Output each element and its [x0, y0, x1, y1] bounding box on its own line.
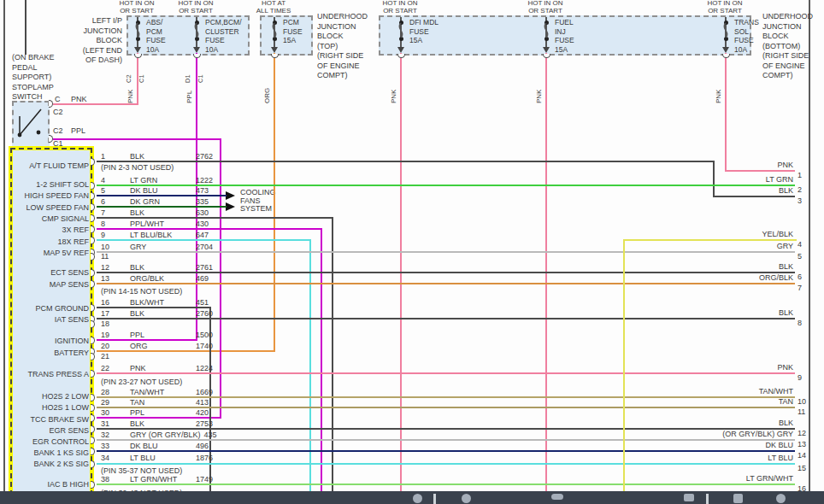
pcm-pin-row: 18	[101, 319, 130, 328]
wire-color-code: DK GRN	[130, 197, 196, 206]
wire-dk-blu	[97, 195, 227, 196]
wire-ppl	[220, 138, 221, 419]
wire-color-code: PNK	[130, 364, 196, 372]
fuse-wire-color-label: ORG	[263, 88, 271, 103]
pin-number: 5	[101, 186, 130, 195]
edge-wire-number: 5	[798, 252, 802, 261]
circuit-number: 496	[196, 442, 209, 450]
edge-wire-color-label: LT BLU	[699, 454, 793, 462]
circuit-number: 1749	[196, 475, 213, 483]
edge-wire-number: 11	[798, 407, 805, 416]
pcm-pin-row: 12BLK2761	[101, 263, 213, 272]
pcm-pin-bump	[91, 353, 95, 360]
pin-number: 12	[101, 263, 130, 272]
edge-wire-number: 3	[798, 196, 802, 205]
underhood-top-junction-block-label: UNDERHOOD JUNCTION BLOCK (TOP) (RIGHT SI…	[317, 12, 368, 81]
pcm-pin-row: 4LT GRN1222	[101, 176, 213, 185]
fuse-connector-id-right: C1	[197, 74, 204, 83]
pcm-pin-row: 17BLK2760	[101, 309, 213, 318]
taskbar-icon-circle[interactable]	[413, 494, 422, 503]
taskbar-icon-separator[interactable]	[706, 494, 709, 504]
circuit-number: 413	[196, 398, 209, 407]
circuit-number: 1224	[196, 364, 213, 372]
pcm-pin-bump	[91, 214, 95, 222]
wire-blk	[25, 0, 26, 55]
pcm-pin-bump	[91, 320, 95, 328]
circuit-number: 335	[196, 197, 209, 206]
pin-number: 8	[101, 220, 130, 228]
pcm-pin-bump	[91, 226, 95, 233]
circuit-number: 2762	[196, 152, 213, 161]
fuse-connector-bump	[543, 54, 550, 58]
circuit-number: 451	[196, 298, 209, 307]
pcm-function-label: BATTERY	[14, 349, 89, 357]
edge-wire-color-label: BLK	[699, 308, 793, 317]
fuse-squiggle-icon	[269, 23, 280, 40]
pcm-pin-bump	[91, 237, 95, 244]
wire-org-blk	[97, 283, 795, 284]
circuit-number: 1222	[196, 176, 213, 185]
pcm-pin-row: 9LT BLU/BLK647	[101, 231, 209, 239]
pcm-function-label: MAP 5V REF	[14, 249, 89, 257]
pin-number: 38	[101, 475, 130, 483]
edge-wire-color-label: DK BLU	[699, 441, 793, 449]
pcm-pin-row: 22PNK1224	[101, 364, 213, 372]
pcm-function-label: TRANS PRESS A	[14, 370, 89, 378]
pcm-function-label: LOW SPEED FAN	[14, 203, 89, 212]
taskbar-icon-circle[interactable]	[462, 494, 471, 503]
hot-feed-label: HOT IN ON OR START	[166, 0, 226, 15]
taskbar-icon-dots[interactable]	[551, 494, 563, 500]
pin-number: 29	[101, 398, 130, 407]
edge-wire-color-label: LT GRN/WHT	[699, 474, 793, 483]
wire-lt-blu-blk	[97, 239, 311, 241]
circuit-number: 469	[196, 274, 209, 283]
pcm-function-label: 3X REF	[14, 226, 89, 234]
wire-blk	[97, 161, 715, 162]
wire-color-code: BLK	[130, 152, 196, 161]
circuit-number: 2761	[196, 263, 213, 272]
pcm-function-label: ECT SENS	[14, 268, 89, 277]
taskbar-icon-separator[interactable]	[433, 494, 436, 504]
taskbar-icon-square[interactable]	[733, 494, 743, 503]
wire-color-code: DK BLU	[130, 186, 196, 195]
fuse-wire-color-label: PNK	[127, 90, 134, 103]
pcm-pin-row: 5DK BLU473	[101, 186, 209, 195]
pin-number: 18	[101, 319, 130, 328]
pin-number: 19	[101, 331, 130, 339]
edge-wire-color-label: PNK	[699, 161, 793, 169]
pcm-function-label: CMP SIGNAL	[14, 214, 89, 223]
pin-number: 16	[101, 298, 130, 307]
pcm-function-label: IAC B HIGH	[14, 480, 89, 489]
wire-ppl-wht	[97, 228, 322, 230]
fuse-squiggle-icon	[132, 23, 143, 40]
pcm-function-label: HO2S 2 LOW	[14, 392, 89, 401]
hot-feed-label: HOT IN ON OR START	[370, 0, 430, 15]
edge-wire-number: 12	[798, 429, 806, 437]
fuse-output-arrow-icon	[722, 47, 729, 53]
taskbar-icon-shape[interactable]	[684, 494, 694, 501]
wire-blk-wht	[97, 307, 211, 308]
taskbar-icon-circle[interactable]	[776, 494, 786, 503]
edge-wire-number: 14	[798, 451, 806, 460]
pin-number: 34	[101, 454, 130, 462]
pcm-function-label: A/T FLUID TEMP	[14, 161, 89, 170]
circuit-number: 2760	[196, 309, 213, 318]
edge-wire-number: 7	[798, 284, 802, 292]
fuse-wire-color-label: PNK	[535, 90, 543, 103]
pcm-pin-bump	[91, 203, 95, 211]
pcm-function-label: BANK 2 KS SIG	[14, 460, 89, 468]
wire-blk	[97, 318, 795, 319]
wire-org	[274, 53, 275, 352]
pcm-pin-row: 8PPL/WHT430	[101, 220, 209, 228]
pcm-function-label: 18X REF	[14, 237, 89, 246]
cooling-fans-note: COOLING FANS SYSTEM	[240, 189, 276, 214]
pin-number: 28	[101, 388, 130, 396]
wire-color-code: DK BLU	[130, 442, 196, 450]
pcm-pin-row: 29TAN413	[101, 398, 209, 407]
pcm-function-label: PCM GROUND	[14, 304, 89, 313]
pcm-pin-bump	[91, 280, 95, 288]
pin-number: 7	[101, 208, 130, 217]
fuse-wire-color-label: PNK	[715, 90, 722, 103]
hot-feed-label: HOT IN ON OR START	[107, 0, 167, 15]
fuse-name-label: ABS/ PCM FUSE 10A	[146, 18, 166, 54]
